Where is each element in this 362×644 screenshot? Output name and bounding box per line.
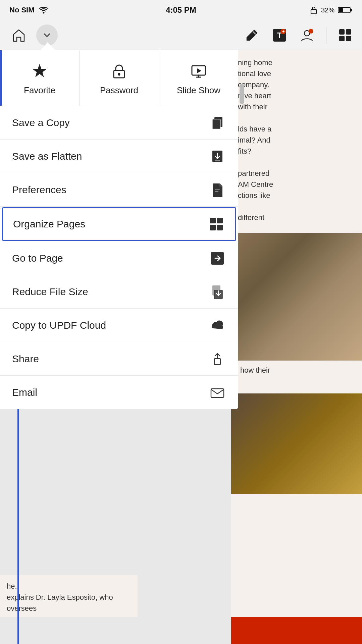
status-bar: No SIM 4:05 PM 32% [0,0,362,20]
copy-icon [209,114,226,131]
panel-scrollbar[interactable] [240,84,244,104]
password-label: Password [100,85,138,96]
save-flatten-label: Save as Flatten [12,151,82,162]
svg-rect-3 [339,8,343,12]
dropdown-arrow [40,42,55,50]
pdf-bottom-text: he., explains Dr. Layla Esposito, who ov… [0,575,138,617]
reduce-icon [209,283,226,301]
organize-pages-item[interactable]: Organize Pages [2,207,236,241]
grid-icon [208,215,225,233]
carrier-text: No SIM [9,6,49,14]
status-time: 4:05 PM [166,5,196,15]
svg-rect-11 [339,29,345,35]
pdf-text-2: l how their [231,361,362,380]
save-copy-label: Save a Copy [12,117,70,128]
arrow-right-icon [209,250,226,267]
svg-rect-27 [217,218,223,223]
toolbar-icons: T ✦ [243,26,354,44]
svg-rect-14 [346,36,351,41]
preferences-label: Preferences [12,184,66,196]
save-flatten-item[interactable]: Save as Flatten [0,140,238,173]
slideshow-icon [190,62,207,80]
svg-rect-1 [311,9,316,14]
top-icons-row: Favorite Password Slide Show [0,50,238,106]
share-icon [209,350,226,368]
reduce-file-size-label: Reduce File Size [12,286,88,298]
svg-rect-28 [210,225,216,230]
document-icon [209,181,226,199]
svg-rect-13 [339,36,345,41]
save-copy-item[interactable]: Save a Copy [0,106,238,140]
svg-marker-19 [197,68,201,73]
svg-rect-29 [217,225,223,230]
password-icon [110,62,128,80]
flatten-icon [209,148,226,165]
toolbar-divider [326,27,326,44]
share-label: Share [12,353,39,365]
email-icon [209,384,226,401]
svg-rect-4 [351,9,352,11]
slideshow-option[interactable]: Slide Show [159,50,238,106]
svg-text:✦: ✦ [282,30,285,34]
svg-rect-33 [214,359,220,365]
user-tool-button[interactable] [298,26,316,44]
preferences-item[interactable]: Preferences [0,173,238,207]
email-label: Email [12,387,37,398]
svg-rect-17 [119,74,120,76]
pdf-text: ning home tional love company. rove hear… [231,50,362,230]
slideshow-label: Slide Show [177,85,220,96]
reduce-file-size-item[interactable]: Reduce File Size [0,275,238,309]
battery-percent: 32% [321,6,334,14]
main-content: ning home tional love company. rove hear… [0,50,362,644]
pdf-background: ning home tional love company. rove hear… [231,50,362,644]
svg-rect-25 [215,191,218,192]
pdf-image-2 [231,393,362,494]
go-to-page-label: Go to Page [12,253,63,264]
favorite-option[interactable]: Favorite [0,50,80,106]
favorite-label: Favorite [24,85,55,96]
svg-rect-34 [211,389,224,397]
pen-tool-button[interactable] [243,26,261,44]
status-right-icons: 32% [310,6,353,14]
lock-status-icon [310,6,318,14]
go-to-page-item[interactable]: Go to Page [0,241,238,275]
star-icon [31,62,48,80]
pdf-bottom-text-content: he., explains Dr. Layla Esposito, who ov… [7,581,131,614]
share-item[interactable]: Share [0,342,238,376]
password-option[interactable]: Password [80,50,159,106]
pdf-image-1 [231,233,362,361]
dropdown-panel: Favorite Password Slide Show [0,50,238,409]
battery-icon [338,6,353,14]
cloud-icon [209,317,226,334]
svg-rect-26 [210,218,216,223]
copy-updf-cloud-item[interactable]: Copy to UPDF Cloud [0,309,238,342]
svg-rect-24 [215,189,220,190]
text-tool-button[interactable]: T ✦ [271,26,288,44]
svg-rect-22 [213,120,220,128]
svg-point-0 [43,12,44,14]
home-button[interactable] [8,24,30,46]
email-item[interactable]: Email [0,376,238,409]
grid-tool-button[interactable] [337,26,354,44]
copy-updf-cloud-label: Copy to UPDF Cloud [12,320,106,331]
organize-pages-label: Organize Pages [13,218,85,230]
svg-rect-12 [346,29,351,35]
red-bottom-bar [231,617,362,644]
